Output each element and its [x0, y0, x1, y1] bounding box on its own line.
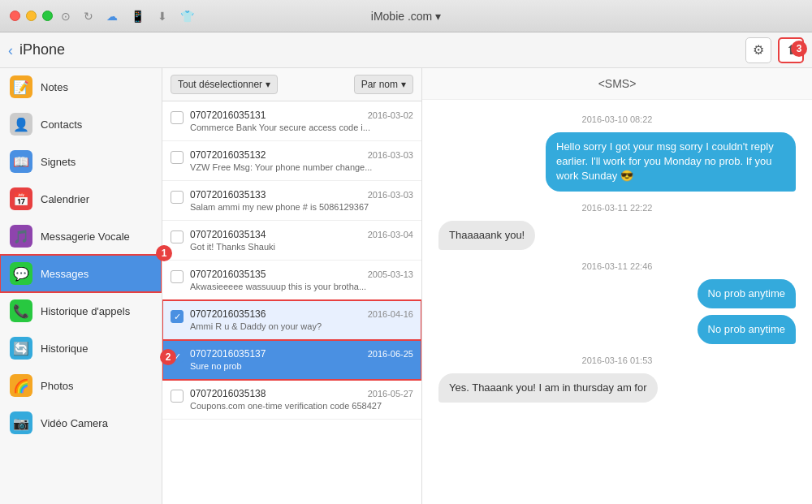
- settings-button[interactable]: ⚙: [745, 37, 771, 63]
- item-content-7: 07072016035137 2016-06-25 Sure no prob: [190, 348, 413, 371]
- item-preview-8: Coupons.com one-time verification code 6…: [190, 401, 413, 411]
- chat-header: <SMS>: [422, 68, 812, 100]
- checkbox-1[interactable]: [171, 111, 184, 124]
- sidebar-item-video[interactable]: 📷 Vidéo Camera: [0, 404, 162, 442]
- checkbox-3[interactable]: [171, 191, 184, 204]
- photos-icon: 🌈: [10, 374, 32, 397]
- sidebar-label-historique-appels: Historique d'appels: [41, 305, 130, 317]
- sidebar-item-calendrier[interactable]: 📅 Calendrier: [0, 180, 162, 218]
- checkbox-2[interactable]: [171, 151, 184, 164]
- sidebar-item-historique[interactable]: 🔄 Historique: [0, 330, 162, 367]
- message-bubble: Yes. Thaaank you! I am in thursday am fo…: [438, 373, 658, 403]
- item-number-2: 07072016035132: [190, 149, 266, 161]
- list-item[interactable]: 07072016035133 2016-03-03 Salam ammi my …: [162, 181, 421, 221]
- item-date-3: 2016-03-03: [368, 190, 413, 200]
- notes-icon: 📝: [10, 75, 32, 98]
- item-date-1: 2016-03-02: [368, 110, 413, 120]
- item-number-6: 07072016035136: [190, 308, 266, 320]
- message-row: Thaaaaank you!: [438, 221, 796, 250]
- message-row: No prob anytime: [438, 315, 796, 344]
- sidebar-item-photos[interactable]: 🌈 Photos: [0, 367, 162, 404]
- sidebar-label-video: Vidéo Camera: [41, 417, 108, 429]
- chat-date: 2016-03-11 22:46: [438, 261, 796, 271]
- download-icon: ⬇: [158, 10, 167, 23]
- device-icon: 📱: [131, 10, 145, 23]
- list-item[interactable]: 07072016035138 2016-05-27 Coupons.com on…: [162, 380, 421, 420]
- item-content-5: 07072016035135 2005-03-13 Akwasieeeee wa…: [190, 269, 413, 291]
- message-row: Hello sorry I got your msg sorry I could…: [438, 132, 796, 192]
- item-content-3: 07072016035133 2016-03-03 Salam ammi my …: [190, 189, 413, 212]
- checkbox-5[interactable]: [171, 270, 184, 283]
- list-item[interactable]: 07072016035135 2005-03-13 Akwasieeeee wa…: [162, 261, 421, 300]
- sidebar-label-calendrier: Calendrier: [41, 193, 89, 205]
- item-number-7: 07072016035137: [190, 348, 266, 360]
- sidebar-label-historique: Historique: [41, 342, 89, 355]
- checkbox-6[interactable]: [171, 310, 184, 323]
- message-bubble: No prob anytime: [698, 315, 796, 344]
- minimize-button[interactable]: [26, 11, 37, 21]
- video-icon: 📷: [10, 411, 32, 434]
- chat-date: 2016-03-16 01:53: [438, 355, 796, 365]
- list-item[interactable]: 07072016035137 2016-06-25 Sure no prob: [162, 340, 421, 380]
- item-preview-5: Akwasieeeee wassuuup this is your brotha…: [190, 282, 413, 291]
- sidebar-label-notes: Notes: [41, 81, 68, 93]
- title-bar: ⊙ ↻ ☁ 📱 ⬇ 👕 iMobie .com ▾: [0, 0, 812, 32]
- shirt-icon: 👕: [180, 10, 194, 23]
- deselect-all-button[interactable]: Tout déselectionner ▾: [171, 75, 278, 94]
- item-preview-2: VZW Free Msg: Your phone number change..…: [190, 162, 413, 172]
- item-content-4: 07072016035134 2016-03-04 Got it! Thanks…: [190, 229, 413, 252]
- nav-bar: ‹ iPhone ⚙ ⬆: [0, 32, 812, 68]
- item-preview-6: Ammi R u & Daddy on your way?: [190, 321, 413, 331]
- device-name: iPhone: [19, 41, 65, 58]
- chat-date: 2016-03-10 08:22: [438, 114, 796, 124]
- close-button[interactable]: [10, 11, 20, 21]
- deselect-label: Tout déselectionner: [178, 79, 262, 90]
- title-icons: ⊙ ↻ ☁ 📱 ⬇ 👕: [61, 10, 194, 23]
- sidebar-item-notes[interactable]: 📝 Notes: [0, 68, 162, 106]
- item-preview-4: Got it! Thanks Shauki: [190, 242, 413, 252]
- chat-panel: <SMS> 2016-03-10 08:22 Hello sorry I got…: [422, 68, 812, 504]
- chat-messages: 2016-03-10 08:22 Hello sorry I got your …: [422, 100, 812, 504]
- historique-appels-icon: 📞: [10, 299, 32, 322]
- item-number-4: 07072016035134: [190, 229, 266, 240]
- message-bubble: No prob anytime: [698, 279, 796, 308]
- item-date-8: 2016-05-27: [368, 389, 413, 398]
- sidebar-item-messagerie[interactable]: 🎵 Messagerie Vocale: [0, 218, 162, 255]
- checkbox-8[interactable]: [171, 390, 184, 403]
- sidebar-item-historique-appels[interactable]: 📞 Historique d'appels: [0, 292, 162, 330]
- list-item[interactable]: 07072016035132 2016-03-03 VZW Free Msg: …: [162, 141, 421, 181]
- sidebar-label-photos: Photos: [41, 380, 73, 392]
- item-preview-1: Commerce Bank Your secure access code i.…: [190, 123, 413, 132]
- sidebar-item-signets[interactable]: 📖 Signets: [0, 143, 162, 180]
- historique-icon: 🔄: [10, 337, 32, 360]
- list-item[interactable]: 07072016035136 2016-04-16 Ammi R u & Dad…: [162, 300, 421, 340]
- sidebar-item-contacts[interactable]: 👤 Contacts: [0, 106, 162, 143]
- content-area: 📝 Notes 👤 Contacts 📖 Signets 📅 Calendrie…: [0, 68, 812, 504]
- maximize-button[interactable]: [42, 11, 53, 21]
- item-date-5: 2005-03-13: [368, 269, 413, 279]
- checkbox-4[interactable]: [171, 230, 184, 243]
- app-title: iMobie .com ▾: [371, 10, 441, 23]
- chat-date: 2016-03-11 22:22: [438, 203, 796, 213]
- sort-button[interactable]: Par nom ▾: [354, 75, 413, 94]
- sidebar-label-contacts: Contacts: [41, 118, 82, 131]
- item-content-2: 07072016035132 2016-03-03 VZW Free Msg: …: [190, 149, 413, 172]
- item-preview-3: Salam ammi my new phone # is 5086129367: [190, 202, 413, 212]
- deselect-chevron-icon: ▾: [266, 79, 270, 90]
- list-items: 07072016035131 2016-03-02 Commerce Bank …: [162, 101, 421, 504]
- sidebar-item-messages[interactable]: 💬 Messages: [0, 255, 162, 292]
- item-number-5: 07072016035135: [190, 269, 266, 280]
- list-panel: Tout déselectionner ▾ Par nom ▾ 0: [162, 68, 422, 504]
- message-bubble: Thaaaaank you!: [438, 221, 535, 250]
- contacts-icon: 👤: [10, 113, 32, 136]
- sort-label: Par nom: [361, 79, 398, 90]
- item-date-6: 2016-04-16: [368, 309, 413, 319]
- item-date-2: 2016-03-03: [368, 150, 413, 160]
- message-row: No prob anytime: [438, 279, 796, 308]
- list-item[interactable]: 07072016035131 2016-03-02 Commerce Bank …: [162, 101, 421, 141]
- back-button[interactable]: ‹: [8, 43, 13, 58]
- signets-icon: 📖: [10, 150, 32, 173]
- refresh-icon: ↻: [84, 10, 93, 23]
- sidebar-label-messagerie: Messagerie Vocale: [41, 230, 130, 243]
- list-item[interactable]: 07072016035134 2016-03-04 Got it! Thanks…: [162, 221, 421, 261]
